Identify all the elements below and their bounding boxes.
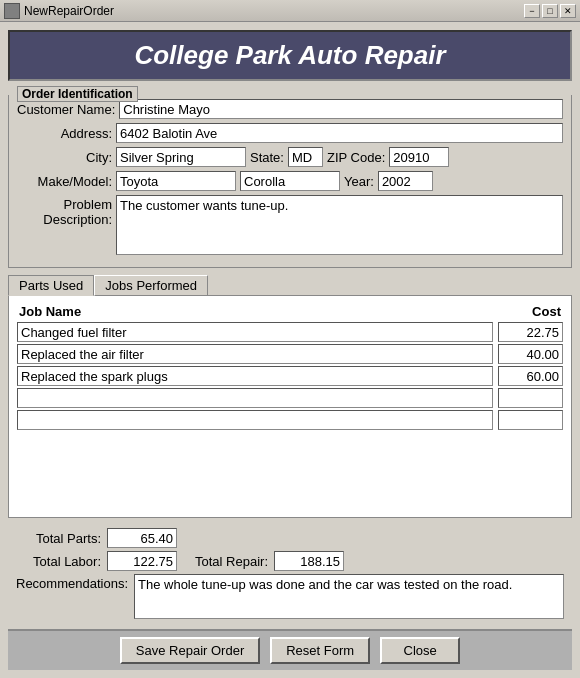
- app-header: College Park Auto Repair: [8, 30, 572, 81]
- job-cost-input-0[interactable]: [498, 322, 563, 342]
- close-button[interactable]: Close: [380, 637, 460, 664]
- order-identification-legend: Order Identification: [17, 86, 138, 102]
- app-icon: [4, 3, 20, 19]
- year-label: Year:: [344, 174, 374, 189]
- model-input[interactable]: [240, 171, 340, 191]
- total-labor-label: Total Labor:: [16, 554, 101, 569]
- job-name-input-1[interactable]: [17, 344, 493, 364]
- order-identification-group: Order Identification Customer Name: Addr…: [8, 95, 572, 268]
- address-row: Address:: [17, 123, 563, 143]
- make-model-year-row: Make/Model: Year:: [17, 171, 563, 191]
- job-name-cell: [15, 365, 495, 387]
- total-parts-input[interactable]: [107, 528, 177, 548]
- state-input[interactable]: [288, 147, 323, 167]
- total-repair-input[interactable]: [274, 551, 344, 571]
- customer-name-row: Customer Name:: [17, 99, 563, 119]
- job-name-header: Job Name: [15, 302, 495, 321]
- title-bar-text: NewRepairOrder: [24, 4, 114, 18]
- job-cost-cell: [495, 387, 565, 409]
- problem-description-input[interactable]: [116, 195, 563, 255]
- bottom-bar: Save Repair Order Reset Form Close: [8, 629, 572, 670]
- tab-content: Job Name Cost: [8, 295, 572, 518]
- job-cost-input-2[interactable]: [498, 366, 563, 386]
- totals-parts-row: Total Parts:: [16, 528, 564, 548]
- job-cost-cell: [495, 321, 565, 343]
- recommendations-input[interactable]: [134, 574, 564, 619]
- reset-form-button[interactable]: Reset Form: [270, 637, 370, 664]
- job-name-cell: [15, 321, 495, 343]
- job-name-input-3[interactable]: [17, 388, 493, 408]
- address-input[interactable]: [116, 123, 563, 143]
- customer-name-input[interactable]: [119, 99, 563, 119]
- title-bar-left: NewRepairOrder: [4, 3, 114, 19]
- job-cost-input-1[interactable]: [498, 344, 563, 364]
- customer-name-label: Customer Name:: [17, 102, 115, 117]
- table-row: [15, 365, 565, 387]
- zip-input[interactable]: [389, 147, 449, 167]
- maximize-button[interactable]: □: [542, 4, 558, 18]
- year-input[interactable]: [378, 171, 433, 191]
- job-cost-cell: [495, 409, 565, 431]
- totals-labor-row: Total Labor: Total Repair:: [16, 551, 564, 571]
- job-table-body: [15, 321, 565, 431]
- problem-description-row: Problem Description:: [17, 195, 563, 255]
- make-input[interactable]: [116, 171, 236, 191]
- job-name-cell: [15, 409, 495, 431]
- close-window-button[interactable]: ✕: [560, 4, 576, 18]
- total-parts-label: Total Parts:: [16, 531, 101, 546]
- table-header-row: Job Name Cost: [15, 302, 565, 321]
- title-bar: NewRepairOrder − □ ✕: [0, 0, 580, 22]
- minimize-button[interactable]: −: [524, 4, 540, 18]
- table-row: [15, 321, 565, 343]
- cost-header: Cost: [495, 302, 565, 321]
- make-model-label: Make/Model:: [17, 174, 112, 189]
- tabs-container: Parts Used Jobs Performed Job Name Cost: [8, 274, 572, 518]
- app-title: College Park Auto Repair: [134, 40, 445, 70]
- job-name-input-2[interactable]: [17, 366, 493, 386]
- job-table: Job Name Cost: [15, 302, 565, 431]
- job-name-input-0[interactable]: [17, 322, 493, 342]
- problem-description-label: Problem Description:: [17, 195, 112, 227]
- table-row: [15, 343, 565, 365]
- totals-section: Total Parts: Total Labor: Total Repair: …: [8, 524, 572, 623]
- job-name-cell: [15, 387, 495, 409]
- title-bar-buttons: − □ ✕: [524, 4, 576, 18]
- job-cost-cell: [495, 365, 565, 387]
- save-repair-order-button[interactable]: Save Repair Order: [120, 637, 260, 664]
- job-cost-cell: [495, 343, 565, 365]
- city-state-zip-row: City: State: ZIP Code:: [17, 147, 563, 167]
- tab-parts-used[interactable]: Parts Used: [8, 275, 94, 296]
- tab-headers: Parts Used Jobs Performed: [8, 275, 572, 296]
- zip-label: ZIP Code:: [327, 150, 385, 165]
- recommendations-label: Recommendations:: [16, 574, 128, 591]
- table-row: [15, 387, 565, 409]
- job-name-cell: [15, 343, 495, 365]
- city-label: City:: [17, 150, 112, 165]
- total-labor-input[interactable]: [107, 551, 177, 571]
- job-cost-input-4[interactable]: [498, 410, 563, 430]
- total-repair-label: Total Repair:: [183, 554, 268, 569]
- state-label: State:: [250, 150, 284, 165]
- address-label: Address:: [17, 126, 112, 141]
- table-row: [15, 409, 565, 431]
- tab-jobs-performed[interactable]: Jobs Performed: [94, 275, 208, 296]
- city-input[interactable]: [116, 147, 246, 167]
- main-window: College Park Auto Repair Order Identific…: [0, 22, 580, 678]
- recommendations-row: Recommendations:: [16, 574, 564, 619]
- job-cost-input-3[interactable]: [498, 388, 563, 408]
- job-name-input-4[interactable]: [17, 410, 493, 430]
